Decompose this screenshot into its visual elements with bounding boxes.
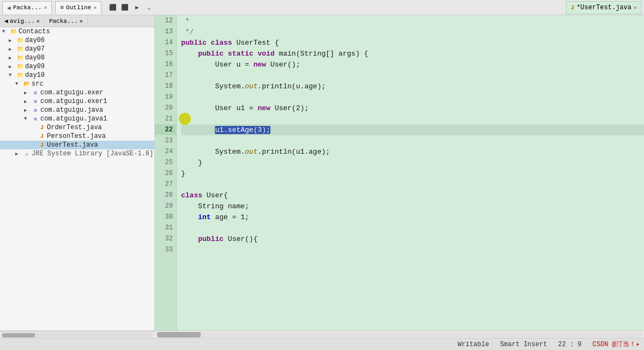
status-writable: Writable bbox=[458, 341, 489, 348]
folder-day08-icon: 📁 bbox=[16, 54, 24, 62]
code-line-17[interactable] bbox=[181, 70, 644, 81]
tree-ordertest[interactable]: J OrderTest.java bbox=[0, 123, 154, 132]
tree-jre[interactable]: ▶ ☕ JRE System Library [JavaSE-1.8] bbox=[0, 149, 154, 158]
code-line-33[interactable] bbox=[181, 244, 644, 255]
toolbar-icon-4[interactable]: ⌄ bbox=[144, 3, 154, 13]
toolbar-icon-3[interactable]: ▶ bbox=[132, 3, 142, 13]
tree-usertest[interactable]: J UserTest.java bbox=[0, 141, 154, 149]
tree-day07[interactable]: ▶ 📁 day07 bbox=[0, 45, 154, 53]
linenum-17: 17 bbox=[155, 70, 176, 81]
tab-editor-close[interactable]: ✕ bbox=[634, 4, 637, 11]
tree-day10[interactable]: ▼ 📁 day10 bbox=[0, 71, 154, 80]
code-token: int bbox=[198, 213, 215, 221]
linenum-12: 12 bbox=[155, 15, 176, 26]
code-line-29[interactable]: String name; bbox=[181, 201, 644, 212]
code-line-14[interactable]: public class UserTest { bbox=[181, 37, 644, 48]
line-numbers: 12 13 14 15 16 17 18 19 20 21 22 23 24 2… bbox=[155, 15, 177, 330]
code-line-22[interactable]: u1.setAge(3); bbox=[181, 124, 644, 135]
editor-area[interactable]: 12 13 14 15 16 17 18 19 20 21 22 23 24 2… bbox=[155, 15, 644, 330]
tree-label-java: com.atguigu.java bbox=[40, 106, 103, 114]
tree-contacts[interactable]: ▼ 📁 Contacts bbox=[0, 27, 154, 36]
folder-day06-icon: 📁 bbox=[16, 37, 24, 44]
code-line-32[interactable]: public User(){ bbox=[181, 233, 644, 244]
arrow-day10: ▼ bbox=[9, 73, 15, 78]
tab-outline-close[interactable]: ✕ bbox=[93, 4, 97, 11]
code-line-24[interactable]: System.out.println(u1.age); bbox=[181, 146, 644, 157]
src-icon: 📂 bbox=[23, 80, 31, 88]
code-token: .println(u1.age); bbox=[257, 148, 330, 156]
code-token: System. bbox=[181, 148, 245, 156]
toolbar-icon-1[interactable]: ⬛ bbox=[108, 3, 118, 13]
code-token: */ bbox=[181, 28, 194, 36]
tab-nav-label: Packa... bbox=[13, 4, 42, 11]
tab-nav-close[interactable]: ✕ bbox=[44, 4, 47, 11]
code-line-25[interactable]: } bbox=[181, 157, 644, 168]
tree-src[interactable]: ▼ 📂 src bbox=[0, 80, 154, 88]
code-line-21[interactable] bbox=[181, 113, 644, 124]
linenum-13: 13 bbox=[155, 26, 176, 37]
code-line-28[interactable]: class User{ bbox=[181, 190, 644, 201]
arrow-jre: ▶ bbox=[15, 151, 22, 157]
code-line-26[interactable]: } bbox=[181, 168, 644, 179]
code-token: public bbox=[181, 39, 211, 47]
nav-tab-close[interactable]: ✕ bbox=[37, 18, 40, 25]
java-usertest-icon: J bbox=[38, 141, 46, 149]
linenum-27: 27 bbox=[155, 179, 176, 190]
tab-outline-label: Outline bbox=[66, 4, 91, 11]
linenum-26: 26 bbox=[155, 168, 176, 179]
tree-pkg-java1[interactable]: ▼ ⊞ com.atguigu.java1 bbox=[0, 114, 154, 123]
code-line-20[interactable]: User u1 = new User(2); bbox=[181, 102, 644, 113]
linenum-16: 16 bbox=[155, 59, 176, 70]
tree-label-jre: JRE System Library [JavaSE-1.8] bbox=[32, 150, 153, 158]
folder-day07-icon: 📁 bbox=[16, 45, 24, 53]
outline-icon: ≡ bbox=[60, 4, 64, 11]
code-line-13[interactable]: */ bbox=[181, 26, 644, 37]
tree-pkg-exer[interactable]: ▶ ⊞ com.atguigu.exer bbox=[0, 88, 154, 97]
status-brand: CSDN @汀当！✦ bbox=[593, 340, 640, 349]
cursor-circle bbox=[179, 113, 191, 125]
tree-pkg-java[interactable]: ▶ ⊞ com.atguigu.java bbox=[0, 106, 154, 114]
code-line-16[interactable]: User u = new User(); bbox=[181, 59, 644, 70]
code-token: main(String[] args) { bbox=[279, 50, 368, 58]
code-line-30[interactable]: int age = 1; bbox=[181, 212, 644, 222]
code-line-27[interactable] bbox=[181, 179, 644, 190]
code-token bbox=[181, 126, 215, 134]
code-token: UserTest { bbox=[236, 39, 279, 47]
code-token: User(); bbox=[270, 61, 300, 69]
toolbar-icons: ⬛ ⬛ ▶ ⌄ bbox=[105, 3, 157, 13]
code-token: String name; bbox=[181, 202, 249, 210]
linenum-14: 14 bbox=[155, 37, 176, 48]
code-line-31[interactable] bbox=[181, 222, 644, 233]
tree-persontest[interactable]: J PersonTest.java bbox=[0, 132, 154, 141]
tree-label-java1: com.atguigu.java1 bbox=[40, 115, 107, 123]
code-token: out bbox=[245, 82, 257, 90]
sidebar-tab-nav[interactable]: ◀ avig... ✕ bbox=[0, 15, 45, 27]
code-line-12[interactable]: * bbox=[181, 15, 644, 26]
tab-navigator[interactable]: ◀ Packa... ✕ bbox=[2, 1, 52, 14]
tab-outline[interactable]: ≡ Outline ✕ bbox=[55, 1, 101, 14]
folder-day09-icon: 📁 bbox=[16, 63, 24, 70]
tree-day09[interactable]: ▶ 📁 day09 bbox=[0, 62, 154, 71]
arrow-java: ▶ bbox=[24, 107, 31, 113]
code-line-19[interactable] bbox=[181, 92, 644, 102]
code-token: class bbox=[181, 191, 207, 200]
code-token: } bbox=[181, 159, 202, 167]
pkg-java-icon: ⊞ bbox=[32, 106, 39, 114]
tree-pkg-exer1[interactable]: ▶ ⊞ com.atguigu.exer1 bbox=[0, 97, 154, 106]
editor-scroll-track[interactable] bbox=[157, 332, 642, 337]
arrow-java1: ▼ bbox=[24, 116, 31, 122]
code-line-23[interactable] bbox=[181, 135, 644, 146]
folder-day10-icon: 📁 bbox=[16, 71, 24, 79]
pkg-tab-close[interactable]: ✕ bbox=[80, 18, 83, 25]
nav-tab-label: avig... bbox=[10, 18, 35, 25]
toolbar-icon-2[interactable]: ⬛ bbox=[120, 3, 130, 13]
tab-usertest[interactable]: J *UserTest.java ✕ bbox=[566, 1, 642, 14]
code-line-18[interactable]: System.out.println(u.age); bbox=[181, 81, 644, 92]
linenum-19: 19 bbox=[155, 92, 176, 102]
code-line-15[interactable]: public static void main(String[] args) { bbox=[181, 48, 644, 59]
sidebar-tab-package[interactable]: Packa... ✕ bbox=[45, 15, 88, 27]
tree-label-day10: day10 bbox=[25, 71, 45, 79]
code-token: class bbox=[211, 39, 237, 47]
tree-day08[interactable]: ▶ 📁 day08 bbox=[0, 53, 154, 62]
tree-day06[interactable]: ▶ 📁 day06 bbox=[0, 36, 154, 45]
